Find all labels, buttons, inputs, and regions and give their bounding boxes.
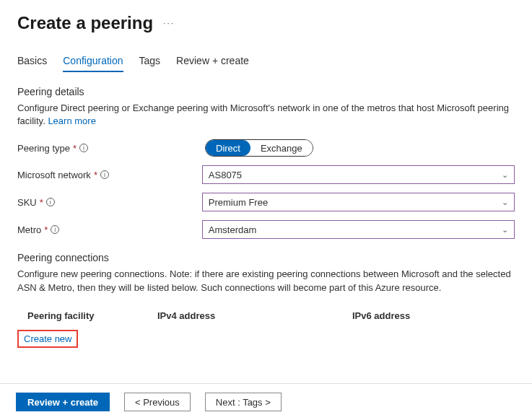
required-asterisk: * (73, 143, 77, 154)
peering-connections-heading: Peering connections (17, 252, 515, 263)
sku-select[interactable]: Premium Free ⌄ (202, 193, 515, 211)
peering-details-heading: Peering details (17, 86, 515, 97)
ms-network-value: AS8075 (209, 170, 242, 180)
peering-type-exchange[interactable]: Exchange (250, 140, 313, 156)
peering-details-description: Configure Direct peering or Exchange pee… (17, 102, 515, 128)
sku-label: SKU * i (17, 197, 202, 208)
connections-table-header: Peering facility IPv4 address IPv6 addre… (17, 306, 515, 325)
metro-label: Metro * i (17, 224, 202, 235)
peering-connections-description: Configure new peering connections. Note:… (17, 268, 515, 294)
metro-label-text: Metro (17, 224, 41, 235)
peering-type-label: Peering type * i (17, 143, 205, 154)
tab-tags[interactable]: Tags (139, 51, 161, 72)
ms-network-label-text: Microsoft network (17, 170, 91, 180)
chevron-down-icon: ⌄ (502, 170, 508, 180)
info-icon[interactable]: i (46, 198, 55, 206)
chevron-down-icon: ⌄ (502, 225, 508, 235)
learn-more-link[interactable]: Learn more (48, 115, 95, 126)
create-new-link[interactable]: Create new (24, 333, 71, 344)
sku-label-text: SKU (17, 197, 37, 208)
required-asterisk: * (94, 170, 97, 180)
tab-bar: Basics Configuration Tags Review + creat… (17, 51, 515, 73)
info-icon[interactable]: i (51, 225, 59, 234)
ms-network-select[interactable]: AS8075 ⌄ (202, 165, 515, 184)
info-icon[interactable]: i (100, 170, 109, 179)
column-peering-facility: Peering facility (27, 310, 157, 321)
column-ipv6-address: IPv6 address (352, 310, 497, 321)
tab-basics[interactable]: Basics (17, 51, 47, 72)
metro-select[interactable]: Amsterdam ⌄ (202, 220, 515, 239)
create-new-highlight: Create new (17, 330, 78, 348)
tab-review-create[interactable]: Review + create (176, 51, 249, 72)
tab-configuration[interactable]: Configuration (63, 51, 123, 72)
more-icon[interactable]: ··· (163, 18, 175, 28)
info-icon[interactable]: i (79, 144, 88, 152)
ms-network-label: Microsoft network * i (17, 170, 202, 180)
column-ipv4-address: IPv4 address (157, 310, 352, 321)
peering-type-direct[interactable]: Direct (206, 140, 250, 156)
metro-value: Amsterdam (209, 224, 256, 235)
sku-value: Premium Free (209, 197, 268, 208)
peering-type-label-text: Peering type (17, 143, 70, 154)
page-title: Create a peering (17, 13, 153, 33)
peering-type-toggle[interactable]: Direct Exchange (205, 139, 313, 157)
required-asterisk: * (44, 224, 48, 235)
chevron-down-icon: ⌄ (502, 198, 508, 207)
required-asterisk: * (40, 197, 43, 208)
